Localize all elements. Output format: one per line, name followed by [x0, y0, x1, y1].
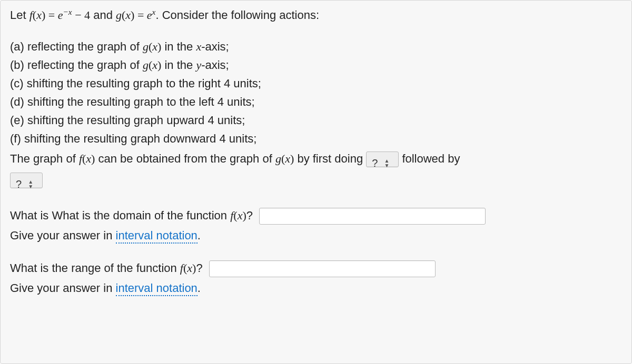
- action-a: (a) reflecting the graph of g(x) in the …: [10, 38, 622, 55]
- range-question: What is the range of the function f(x)? …: [10, 260, 622, 295]
- action-e: (e) shifting the resulting graph upward …: [10, 112, 622, 129]
- action-c: (c) shifting the resulting graph to the …: [10, 75, 622, 92]
- range-hint: Give your answer in interval notation.: [10, 281, 622, 295]
- actions-list: (a) reflecting the graph of g(x) in the …: [10, 38, 622, 190]
- transformation-answer-line: The graph of f(x) can be obtained from t…: [10, 148, 622, 190]
- action-d: (d) shifting the resulting graph to the …: [10, 93, 622, 110]
- domain-input[interactable]: [259, 208, 486, 225]
- stepper-arrows-icon: ▲▼: [384, 158, 390, 168]
- text: Let: [10, 8, 29, 22]
- stepper-arrows-icon: ▲▼: [28, 179, 33, 189]
- domain-hint: Give your answer in interval notation.: [10, 229, 622, 242]
- action-b: (b) reflecting the graph of g(x) in the …: [10, 56, 622, 74]
- first-action-select[interactable]: ? ▲▼: [366, 151, 399, 167]
- second-action-select[interactable]: ? ▲▼: [10, 173, 43, 188]
- problem-intro: Let f(x) = e−x − 4 and g(x) = ex. Consid…: [10, 7, 622, 23]
- question-frame: Let f(x) = e−x − 4 and g(x) = ex. Consid…: [0, 0, 632, 364]
- text: . Consider the following actions:: [155, 8, 319, 22]
- text: and: [90, 8, 116, 22]
- fx: f(x) = e−x − 4: [29, 8, 90, 22]
- range-input[interactable]: [209, 260, 436, 277]
- select-value: ?: [372, 156, 378, 170]
- domain-question: What is What is the domain of the functi…: [10, 208, 622, 242]
- action-f: (f) shifting the resulting graph downwar…: [10, 130, 622, 147]
- select-value: ?: [16, 177, 22, 191]
- interval-notation-link[interactable]: interval notation: [116, 229, 197, 244]
- interval-notation-link[interactable]: interval notation: [116, 281, 197, 296]
- gx: g(x) = ex: [116, 8, 155, 22]
